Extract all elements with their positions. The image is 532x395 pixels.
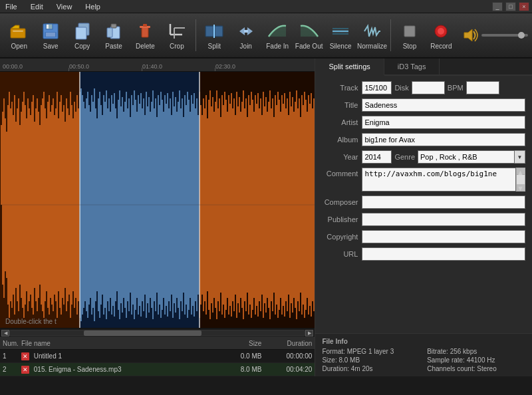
comment-scrollbar[interactable]: ▲ ▼	[516, 168, 525, 192]
comment-label: Comment	[322, 168, 362, 178]
save-label: Save	[43, 43, 59, 50]
scroll-thumb[interactable]	[84, 330, 201, 336]
normalize-button[interactable]: Normalize	[357, 16, 387, 55]
disk-label: Disk	[394, 84, 408, 92]
fade-in-label: Fade In	[266, 43, 289, 50]
id3-form: Track Disk BPM Title Artist Album	[315, 76, 532, 333]
stop-icon	[400, 21, 420, 41]
title-input[interactable]	[362, 98, 525, 112]
copyright-label: Copyright	[322, 233, 362, 241]
svg-rect-8	[76, 27, 86, 39]
waveform-area[interactable]: Double-click the t	[0, 72, 315, 328]
silence-button[interactable]: Silence	[325, 16, 355, 55]
svg-rect-6	[46, 33, 55, 37]
minimize-button[interactable]: _	[492, 2, 503, 11]
file-channels: Channels count: Stereo	[427, 365, 525, 372]
genre-input[interactable]	[418, 150, 515, 164]
fade-out-icon	[299, 21, 319, 41]
composer-row: Composer	[322, 196, 525, 209]
delete-button[interactable]: Delete	[130, 16, 160, 55]
volume-slider[interactable]	[481, 34, 528, 37]
scroll-right-btn[interactable]: ▶	[305, 330, 313, 336]
copy-button[interactable]: Copy	[67, 16, 97, 55]
save-button[interactable]: Save	[35, 16, 65, 55]
stop-label: Stop	[403, 43, 417, 50]
col-header-name: File name	[21, 340, 225, 347]
svg-point-29	[438, 28, 444, 35]
publisher-input[interactable]	[362, 213, 525, 226]
join-button[interactable]: Join	[231, 16, 261, 55]
fade-out-button[interactable]: Fade Out	[294, 16, 324, 55]
row1-delete-btn[interactable]: ✕	[21, 352, 29, 360]
timeline-marker-1: 00:50.0	[69, 63, 89, 70]
join-icon	[236, 21, 256, 41]
volume-thumb	[518, 32, 525, 39]
svg-marker-30	[464, 29, 472, 41]
split-label: Split	[208, 43, 221, 50]
open-button[interactable]: Open	[4, 16, 34, 55]
year-input[interactable]	[362, 150, 392, 164]
menu-edit[interactable]: Edit	[28, 1, 46, 12]
paste-button[interactable]: Paste	[98, 16, 128, 55]
genre-dropdown-btn[interactable]: ▼	[515, 150, 525, 164]
waveform-scrollbar[interactable]: ◀ ▶	[0, 328, 315, 337]
title-label: Title	[322, 101, 362, 109]
artist-input[interactable]	[362, 116, 525, 129]
file-format: Format: MPEG 1 layer 3	[322, 348, 420, 355]
normalize-label: Normalize	[357, 43, 387, 50]
comment-textarea[interactable]: http://avaxhm.com/blogs/big1ne	[362, 168, 516, 192]
menu-file[interactable]: File	[3, 1, 20, 12]
url-row: URL	[322, 247, 525, 261]
tab-id3-tags[interactable]: iD3 Tags	[384, 59, 440, 74]
row1-num: 1	[3, 352, 21, 360]
comment-scroll-up[interactable]: ▲	[517, 168, 525, 175]
silence-label: Silence	[330, 43, 352, 50]
svg-rect-10	[111, 24, 116, 28]
disk-input[interactable]	[412, 81, 445, 94]
tabs: Split settings iD3 Tags	[315, 59, 532, 76]
open-label: Open	[11, 43, 27, 50]
menu-help[interactable]: Help	[82, 1, 103, 12]
file-list: Num. File name Size Duration 1 ✕ Untitle…	[0, 337, 315, 376]
tab-split-settings[interactable]: Split settings	[315, 59, 384, 76]
crop-button[interactable]: Crop	[162, 16, 192, 55]
album-input[interactable]	[362, 133, 525, 146]
volume-control[interactable]	[460, 26, 528, 45]
col-header-num: Num.	[3, 340, 21, 347]
row2-delete-btn[interactable]: ✕	[21, 366, 29, 374]
track-input[interactable]	[362, 81, 392, 94]
maximize-button[interactable]: □	[505, 2, 516, 11]
comment-scroll-down[interactable]: ▼	[517, 184, 525, 191]
split-button[interactable]: Split	[200, 16, 229, 55]
composer-input[interactable]	[362, 196, 525, 209]
url-input[interactable]	[362, 247, 525, 261]
copyright-row: Copyright	[322, 230, 525, 243]
svg-rect-12	[142, 27, 148, 37]
album-row: Album	[322, 133, 525, 146]
album-label: Album	[322, 136, 362, 144]
url-label: URL	[322, 250, 362, 258]
scroll-track[interactable]	[9, 330, 305, 336]
close-button[interactable]: ×	[519, 2, 529, 11]
comment-row: Comment http://avaxhm.com/blogs/big1ne ▲…	[322, 168, 525, 192]
svg-rect-14	[143, 24, 147, 27]
bpm-input[interactable]	[466, 81, 499, 94]
menu-view[interactable]: View	[54, 1, 75, 12]
record-button[interactable]: Record	[426, 16, 456, 55]
table-row[interactable]: 2 ✕ 015. Enigma - Sadeness.mp3 8.0 MB 00…	[0, 363, 315, 376]
row1-duration: 00:00:00	[265, 352, 312, 360]
left-panel: 00:00.0 00:50.0 01:40.0 02:30.0	[0, 59, 315, 376]
year-genre-row: Year Genre ▼	[322, 150, 525, 164]
delete-icon	[135, 21, 155, 41]
window-controls: _ □ ×	[492, 2, 529, 11]
scroll-left-btn[interactable]: ◀	[1, 330, 9, 336]
fade-out-label: Fade Out	[295, 43, 323, 50]
stop-button[interactable]: Stop	[394, 16, 424, 55]
timeline-ruler: 00:00.0 00:50.0 01:40.0 02:30.0	[0, 59, 315, 72]
copyright-input[interactable]	[362, 230, 525, 243]
table-row[interactable]: 1 ✕ Untitled 1 0.0 MB 00:00:00	[0, 350, 315, 363]
track-label: Track	[322, 84, 362, 92]
fade-in-button[interactable]: Fade In	[262, 16, 292, 55]
comment-wrapper: http://avaxhm.com/blogs/big1ne ▲ ▼	[362, 168, 525, 192]
svg-rect-23	[244, 30, 248, 33]
